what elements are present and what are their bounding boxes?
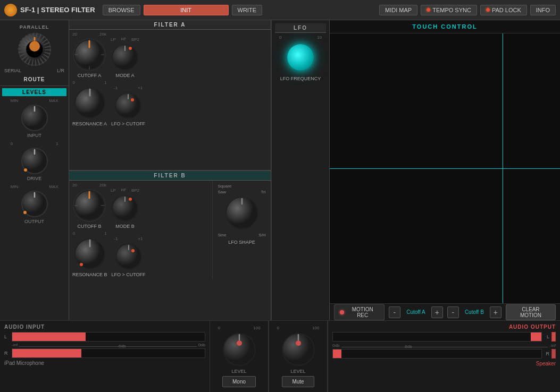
input-level-knob[interactable] <box>221 331 257 368</box>
lfo-cutoff-b-label: LFO > CUTOFF <box>112 272 146 277</box>
motion-rec-button[interactable]: MOTION REC <box>334 304 385 320</box>
svg-point-47 <box>296 340 301 346</box>
input-l-channel: L <box>4 334 10 339</box>
svg-point-33 <box>129 198 132 201</box>
input-l-meter: L <box>4 332 205 342</box>
audio-input-label: AUDIO INPUT <box>4 324 205 330</box>
svg-point-39 <box>131 249 135 252</box>
input-device-label: iPad Microphone <box>4 360 44 366</box>
output-min-label: MIN <box>11 184 19 189</box>
route-labels: SERIAL L/R <box>2 68 66 73</box>
input-label: INPUT <box>27 133 41 138</box>
input-r-channel: R <box>4 351 10 356</box>
pad-lock-button[interactable]: PAD LOCK <box>480 5 527 15</box>
cutoff-b-minus-button[interactable]: - <box>447 306 459 318</box>
level-label-2: LEVEL <box>290 369 305 374</box>
cutoff-a-control: - Cutoff A + <box>389 306 443 318</box>
input-min-label: MIN <box>11 98 19 103</box>
app-logo <box>4 4 17 16</box>
drive-min-label: 0 <box>11 141 13 146</box>
tempo-sync-led <box>427 8 430 12</box>
mode-b-group: LP HP BP2 MODE B <box>111 188 139 229</box>
audio-output-label: AUDIO OUTPUT <box>509 324 556 330</box>
top-bar: SF-1 | STEREO FILTER BROWSE INIT WRITE M… <box>0 0 560 20</box>
cutoff-a-label: Cutoff A <box>403 309 429 315</box>
browse-button[interactable]: BROWSE <box>103 5 140 15</box>
filter-a-section: FILTER A 20 20k <box>69 20 271 171</box>
level-label: LEVEL <box>231 369 246 374</box>
audio-input-section: AUDIO INPUT L -inf -6db 0db R iPad Micro… <box>0 320 210 392</box>
mute-button[interactable]: Mute <box>282 376 314 387</box>
drive-label: DRIVE <box>27 176 42 181</box>
svg-point-20 <box>129 47 132 50</box>
cutoff-a-knob[interactable] <box>72 38 106 72</box>
touch-canvas[interactable] <box>330 33 560 303</box>
mode-b-knob[interactable] <box>111 194 139 223</box>
lfo-cutoff-a-knob[interactable] <box>114 91 143 120</box>
lfo-cutoff-a-group: -1 +1 LFO > CUTOFF <box>111 86 145 126</box>
level-input-section: 0100 LEVEL Mono <box>210 320 269 392</box>
crosshair-horizontal <box>330 168 560 169</box>
middle-panel: FILTER A 20 20k <box>69 20 271 320</box>
cutoff-a-plus-button[interactable]: + <box>431 306 443 318</box>
cutoff-a-label: CUTOFF A <box>78 73 101 78</box>
cutoff-a-minus-button[interactable]: - <box>389 306 400 318</box>
svg-point-25 <box>131 98 134 101</box>
serial-label: SERIAL <box>4 68 21 73</box>
touch-control-header: TOUCH CONTROL <box>330 20 560 33</box>
filter-a-header: FILTER A <box>69 20 271 30</box>
clear-motion-button[interactable]: CLEAR MOTION <box>506 304 556 320</box>
midi-map-button[interactable]: MIDI MAP <box>379 5 417 15</box>
cutoff-b-plus-button[interactable]: + <box>490 306 502 318</box>
route-knob-label: ROUTE <box>24 74 45 83</box>
output-label: OUTPUT <box>24 219 44 224</box>
output-level-knob[interactable] <box>280 331 316 368</box>
resonance-b-label: RESONANCE B <box>72 272 107 277</box>
lfo-light <box>287 44 314 71</box>
input-max-label: MAX <box>49 98 58 103</box>
cutoff-b-label: CUTOFF B <box>78 224 102 229</box>
pad-lock-led <box>486 8 490 12</box>
lfo-cutoff-b-group: -1 +1 LFO > CUTOFF <box>112 236 146 277</box>
tempo-sync-button[interactable]: TEMPO SYNC <box>421 5 477 15</box>
info-button[interactable]: INFO <box>530 5 556 15</box>
svg-point-44 <box>237 340 242 346</box>
app-title: SF-1 | STEREO FILTER <box>20 6 95 14</box>
lfo-header: LFO <box>275 23 326 33</box>
lfo-cutoff-b-knob[interactable] <box>114 242 143 271</box>
output-max-label: MAX <box>49 184 58 189</box>
svg-point-9 <box>24 168 27 172</box>
preset-name[interactable]: INIT <box>144 5 229 15</box>
right-panel: TOUCH CONTROL MOTION REC - Cutoff A + - … <box>330 20 560 320</box>
lfo-shape-knob[interactable] <box>223 194 261 232</box>
bottom-panel: AUDIO INPUT L -inf -6db 0db R iPad Micro… <box>0 320 560 392</box>
resonance-b-group: 0 1 RESONANCE B <box>72 231 107 277</box>
levels-header: LEVELS <box>2 88 66 96</box>
output-device-label: Speaker <box>536 361 556 367</box>
route-knob[interactable] <box>16 31 53 67</box>
mode-b-label: MODE B <box>115 224 135 229</box>
svg-point-36 <box>80 263 83 266</box>
cutoff-b-knob[interactable] <box>72 189 106 223</box>
resonance-a-group: 0 1 RESONANCE A <box>72 80 107 126</box>
mono-button[interactable]: Mono <box>222 376 256 387</box>
svg-point-4 <box>29 41 40 52</box>
write-button[interactable]: WRITE <box>232 5 262 15</box>
audio-output-section: AUDIO OUTPUT L 0db -6db -inf R Speaker <box>328 320 560 392</box>
cutoff-b-control: - Cutoff B + <box>447 306 502 318</box>
lfo-shape-section: Square Saw Tri Sine S/H LFO SHAPE <box>212 181 271 279</box>
level-output-section: 0100 LEVEL Mute <box>269 320 328 392</box>
resonance-a-knob[interactable] <box>73 86 107 120</box>
svg-point-12 <box>23 211 27 214</box>
drive-knob[interactable] <box>20 147 49 175</box>
input-knob[interactable] <box>20 104 49 132</box>
main-layout: PARALLEL <box>0 20 560 320</box>
mode-a-knob[interactable] <box>111 43 139 72</box>
resonance-b-knob[interactable] <box>73 237 107 271</box>
left-panel: PARALLEL <box>0 20 69 320</box>
motion-bar: MOTION REC - Cutoff A + - Cutoff B + CLE… <box>330 303 560 320</box>
output-l-channel: L <box>544 334 549 339</box>
filter-b-section: FILTER B 20 20k <box>69 171 271 321</box>
output-knob[interactable] <box>20 190 49 218</box>
levels-section: LEVELS MIN MAX INPUT <box>0 86 69 320</box>
